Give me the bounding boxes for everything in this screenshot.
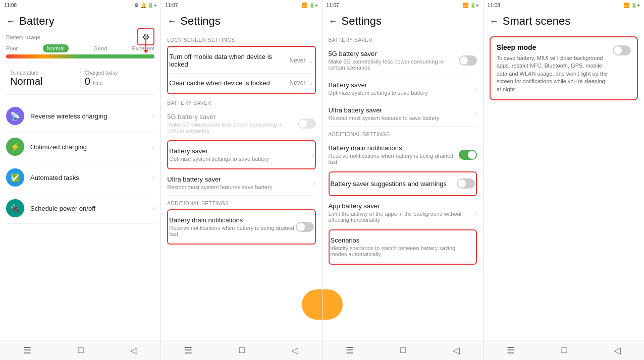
chevron-icon-4: › — [152, 204, 155, 212]
saver-warnings-toggle[interactable] — [457, 178, 475, 189]
sleep-mode-title: Sleep mode — [497, 43, 609, 51]
nav-back-2[interactable]: ◁ — [291, 345, 298, 356]
5g-toggle-3[interactable] — [459, 55, 477, 66]
tasks-icon: ✅ — [6, 168, 24, 187]
battery-bar — [6, 54, 154, 58]
status-panel-1: 11:08 ⚙ 🔔 🔋+ — [0, 0, 161, 10]
section-battery-saver-label: BATTERY SAVER — [167, 95, 315, 108]
scenarios-chevron: › — [472, 243, 475, 251]
battery-saver-sub: Optimize system settings to save battery — [169, 156, 311, 162]
sleep-mode-row: Sleep mode To save battery, MIUI will cl… — [497, 43, 631, 93]
menu-reverse-label: Reverse wireless charging — [30, 112, 152, 120]
settings3-battery-drain[interactable]: Battery drain notifications Receive noti… — [329, 139, 477, 170]
nav-home-1[interactable]: □ — [78, 345, 84, 355]
settings3-battery-saver[interactable]: Battery saver Optimize system settings t… — [329, 76, 477, 101]
settings3-ultra-battery[interactable]: Ultra battery saver Restrict most system… — [329, 101, 477, 127]
status-time-1: 11:08 — [4, 3, 17, 8]
settings3-saver-warnings[interactable]: Battery saver suggestions and warnings — [331, 173, 475, 194]
scenarios-text: Scenarios Identify scenarios to switch b… — [331, 236, 473, 257]
nav-home-4[interactable]: □ — [561, 345, 567, 355]
nav-back-3[interactable]: ◁ — [453, 345, 460, 356]
screen3-title: Settings — [342, 15, 382, 28]
status-panel-4: 11:08 📶 🔋+ — [484, 0, 644, 10]
lock-screen-red-box: Turn off mobile data when device is lock… — [167, 46, 315, 94]
ultra-battery3-title: Ultra battery saver — [329, 106, 475, 114]
settings3-5g-saver[interactable]: 5G battery saver Make 5G connectivity le… — [329, 45, 477, 76]
charged-unit: time — [93, 80, 102, 86]
app-battery-text: App battery saver Limit the activity of … — [329, 202, 475, 223]
5g-saver-sub: Make 5G connectivity less power consumin… — [167, 122, 297, 134]
status-time-2: 11:07 — [165, 3, 178, 8]
battery-drain-red-box: Battery drain notifications Receive noti… — [167, 209, 315, 245]
battery-saver-red-box: Battery saver Optimize system settings t… — [167, 140, 315, 169]
clear-cache-chevron: ⌄ — [308, 79, 314, 87]
back-arrow-2[interactable]: ← — [167, 16, 176, 27]
screen4-title: Smart scenes — [503, 15, 571, 28]
nav-menu-1[interactable]: ☰ — [23, 345, 31, 356]
battery-saver3-chevron: › — [474, 85, 477, 93]
battery-drain3-title: Battery drain notifications — [329, 144, 459, 152]
screen1-title: Battery — [19, 15, 55, 28]
5g-saver3-text: 5G battery saver Make 5G connectivity le… — [329, 50, 459, 71]
section3-battery-saver-label: BATTERY SAVER — [329, 32, 477, 45]
mobile-data-value: Never — [289, 57, 305, 64]
settings-5g-saver[interactable]: 5G battery saver Make 5G connectivity le… — [167, 108, 315, 139]
5g-saver3-sub: Make 5G connectivity less power consumin… — [329, 58, 459, 71]
nav-back-1[interactable]: ◁ — [130, 345, 137, 356]
settings-clear-cache[interactable]: Clear cache when device is locked Never … — [169, 74, 313, 92]
settings-battery-saver[interactable]: Battery saver Optimize system settings t… — [169, 142, 313, 167]
ultra-battery3-chevron: › — [474, 110, 477, 118]
settings3-app-battery[interactable]: App battery saver Limit the activity of … — [329, 197, 477, 228]
nav-bar-4: ☰ □ ◁ — [484, 340, 644, 360]
screen2-title: Settings — [180, 15, 221, 28]
screen-settings-right: ← Settings BATTERY SAVER 5G battery save… — [323, 10, 484, 360]
status-bar: 11:08 ⚙ 🔔 🔋+ 11:07 📶 🔋+ 11:07 📶 🔋+ 11:08… — [0, 0, 644, 10]
app-battery-chevron: › — [474, 209, 477, 217]
menu-optimized-charging[interactable]: ⚡ Optimized charging › — [6, 132, 154, 162]
saver-warnings-title: Battery saver suggestions and warnings — [331, 180, 457, 188]
battery-saver3-text: Battery saver Optimize system settings t… — [329, 81, 475, 96]
battery-drain-toggle[interactable] — [296, 222, 314, 232]
settings-ultra-battery[interactable]: Ultra battery saver Restrict most system… — [167, 170, 315, 196]
nav-bar-1: ☰ □ ◁ — [0, 340, 160, 360]
clear-cache-title: Clear cache when device is locked — [169, 79, 289, 87]
ultra-battery-title: Ultra battery saver — [167, 175, 313, 183]
nav-back-4[interactable]: ◁ — [614, 345, 621, 356]
5g-saver3-title: 5G battery saver — [329, 50, 459, 57]
status-icons-3: 📶 🔋+ — [462, 3, 479, 8]
nav-menu-4[interactable]: ☰ — [507, 345, 515, 356]
settings-battery-drain[interactable]: Battery drain notifications Receive noti… — [169, 211, 313, 243]
section3-additional-label: ADDITIONAL SETTINGS — [329, 127, 477, 139]
screen4-header: ← Smart scenes — [484, 10, 644, 32]
nav-home-3[interactable]: □ — [400, 345, 406, 355]
back-arrow-4[interactable]: ← — [490, 16, 499, 27]
sleep-mode-toggle[interactable] — [613, 45, 631, 55]
menu-automated-tasks[interactable]: ✅ Automated tasks › — [6, 162, 154, 193]
nav-bar-3: ☰ □ ◁ — [323, 340, 483, 360]
chevron-icon-3: › — [152, 173, 155, 182]
back-arrow-1[interactable]: ← — [6, 16, 15, 27]
battery-drain3-toggle[interactable] — [459, 150, 477, 160]
battery-drain3-sub: Receive notifications when battery is be… — [329, 153, 459, 165]
screen1-header: ← Battery — [0, 10, 160, 32]
battery-drain-sub: Receive notifications when battery is be… — [169, 225, 295, 237]
sleep-mode-content: Sleep mode To save battery, MIUI will cl… — [497, 43, 609, 93]
5g-toggle[interactable] — [298, 118, 316, 129]
nav-home-2[interactable]: □ — [239, 345, 245, 355]
mobile-data-title: Turn off mobile data when device is lock… — [169, 53, 289, 68]
back-arrow-3[interactable]: ← — [329, 16, 338, 27]
app-battery-sub: Limit the activity of the apps in the ba… — [329, 211, 475, 223]
scenarios-sub: Identify scenarios to switch between bat… — [331, 245, 473, 257]
temperature-stat: Temperature Normal — [6, 68, 81, 89]
screens-container: ← Battery ⚙ Battery usage Poor Normal Go… — [0, 10, 644, 360]
power-icon: 🔌 — [6, 199, 24, 217]
menu-reverse-wireless[interactable]: 📡 Reverse wireless charging › — [6, 101, 154, 132]
battery-saver3-title: Battery saver — [329, 81, 475, 89]
settings-mobile-data[interactable]: Turn off mobile data when device is lock… — [169, 48, 313, 74]
menu-schedule-power[interactable]: 🔌 Schedule power on/off › — [6, 193, 154, 224]
battery-saver3-sub: Optimize system settings to save battery — [329, 90, 475, 96]
nav-menu-3[interactable]: ☰ — [346, 345, 354, 356]
settings3-scenarios[interactable]: Scenarios Identify scenarios to switch b… — [331, 231, 475, 263]
screen3-header: ← Settings — [323, 10, 483, 32]
nav-menu-2[interactable]: ☰ — [184, 345, 192, 356]
